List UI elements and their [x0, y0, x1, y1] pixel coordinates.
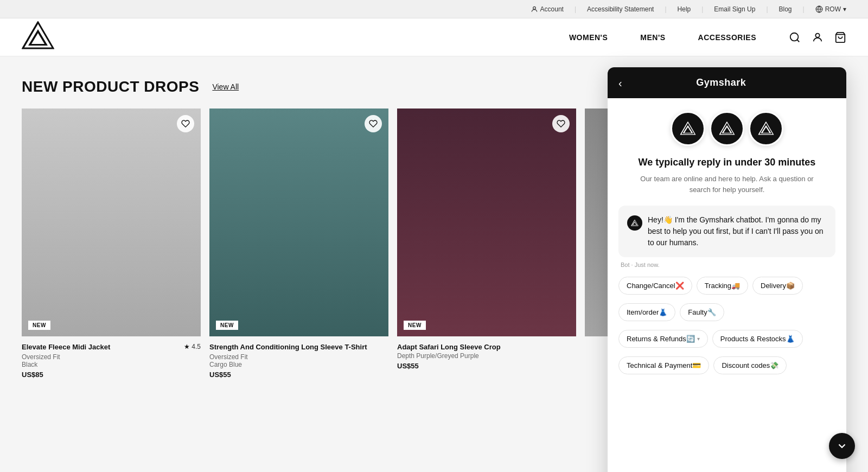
chat-header: ‹ Gymshark [608, 67, 846, 98]
view-all-link[interactable]: View All [212, 82, 239, 91]
accessibility-link[interactable]: Accessibility Statement [587, 5, 654, 13]
region-selector[interactable]: ROW ▾ [815, 5, 846, 13]
email-signup-link[interactable]: Email Sign Up [714, 5, 755, 13]
product-color-2: Cargo Blue [209, 361, 388, 368]
product-card-2: NEW Strength And Conditioning Long Sleev… [209, 109, 388, 336]
new-badge-3: NEW [404, 321, 426, 330]
quick-reply-item-order[interactable]: Item/order👗 [618, 303, 675, 321]
product-info-2: Strength And Conditioning Long Sleeve T-… [209, 336, 388, 383]
help-link[interactable]: Help [678, 5, 691, 13]
blog-link[interactable]: Blog [779, 5, 792, 13]
nav-links: WOMEN'S MEN'S ACCESSORIES [569, 33, 756, 42]
product-name-1: Elevate Fleece Midi Jacket [22, 343, 180, 352]
new-badge-1: NEW [28, 321, 50, 330]
agent-avatars [618, 111, 835, 146]
gymshark-logo[interactable] [22, 21, 54, 53]
new-badge-2: NEW [216, 321, 238, 330]
quick-reply-discount[interactable]: Discount codes💸 [713, 356, 787, 374]
quick-reply-technical[interactable]: Technical & Payment💳 [618, 356, 709, 374]
content-area: NEW PRODUCT DROPS View All NEW Elevate F… [0, 56, 868, 336]
mens-nav[interactable]: MEN'S [640, 33, 665, 42]
svg-point-6 [790, 33, 799, 41]
product-fit-2: Oversized Fit [209, 353, 388, 361]
accessories-nav[interactable]: ACCESSORIES [698, 33, 756, 42]
svg-point-7 [815, 33, 819, 37]
bot-logo [627, 215, 642, 231]
quick-replies: Change/Cancel❌ Tracking🚚 Delivery📦 Item/… [618, 277, 835, 383]
account-icon[interactable] [812, 31, 824, 43]
quick-reply-products[interactable]: Products & Restocks👗 [712, 330, 803, 348]
wishlist-btn-1[interactable] [177, 115, 194, 132]
account-link[interactable]: Account [531, 5, 564, 13]
product-color-1: Black [22, 361, 201, 368]
quick-reply-change-cancel[interactable]: Change/Cancel❌ [618, 277, 692, 295]
chat-message: Hey!👋 I'm the Gymshark chatbot. I'm gonn… [618, 206, 835, 257]
utility-bar: Account | Accessibility Statement | Help… [0, 0, 868, 18]
product-image-1: NEW [22, 109, 201, 336]
agent-avatar-2 [710, 111, 744, 146]
product-color-3: Depth Purple/Greyed Purple [397, 352, 576, 360]
search-icon[interactable] [789, 31, 801, 43]
product-fit-1: Oversized Fit [22, 353, 201, 361]
product-info-1: Elevate Fleece Midi Jacket ★ 4.5 Oversiz… [22, 336, 201, 383]
product-price-3: US$55 [397, 362, 576, 370]
product-image-2: NEW [209, 109, 388, 336]
quick-reply-row-2: Item/order👗 Faulty🔧 [618, 303, 724, 321]
scroll-down-button[interactable] [829, 433, 855, 459]
product-image-3: NEW [397, 109, 576, 336]
chat-body[interactable]: We typically reply in under 30 minutes O… [608, 98, 846, 472]
product-name-2: Strength And Conditioning Long Sleeve T-… [209, 343, 388, 352]
quick-reply-delivery[interactable]: Delivery📦 [752, 277, 803, 295]
chat-widget: ‹ Gymshark [608, 67, 846, 472]
section-title: NEW PRODUCT DROPS [22, 78, 199, 95]
quick-reply-returns[interactable]: Returns & Refunds🔄 ▾ [618, 330, 708, 348]
product-card-3: NEW Adapt Safari Long Sleeve Crop Depth … [397, 109, 576, 336]
quick-reply-tracking[interactable]: Tracking🚚 [697, 277, 748, 295]
chat-message-text: Hey!👋 I'm the Gymshark chatbot. I'm gonn… [648, 214, 827, 248]
product-info-3: Adapt Safari Long Sleeve Crop Depth Purp… [397, 336, 576, 374]
womens-nav[interactable]: WOMEN'S [569, 33, 608, 42]
product-price-1: US$85 [22, 371, 201, 379]
agent-avatar-3 [749, 111, 783, 146]
chat-title: Gymshark [629, 77, 814, 88]
quick-reply-faulty[interactable]: Faulty🔧 [680, 303, 724, 321]
product-card-1: NEW Elevate Fleece Midi Jacket ★ 4.5 Ove… [22, 109, 201, 336]
product-price-2: US$55 [209, 371, 388, 379]
product-name-3: Adapt Safari Long Sleeve Crop [397, 343, 576, 352]
chat-greeting-title: We typically reply in under 30 minutes [618, 157, 835, 168]
wishlist-btn-2[interactable] [365, 115, 382, 132]
chat-back-button[interactable]: ‹ [618, 78, 622, 88]
main-nav: WOMEN'S MEN'S ACCESSORIES [0, 18, 868, 56]
chat-greeting-sub: Our team are online and here to help. As… [618, 174, 835, 195]
svg-point-0 [533, 7, 535, 9]
cart-icon[interactable] [834, 31, 846, 43]
nav-right [789, 31, 846, 43]
quick-reply-row-4: Technical & Payment💳 Discount codes💸 [618, 356, 787, 374]
product-rating-1: ★ 4.5 [184, 343, 201, 350]
quick-reply-row-1: Change/Cancel❌ Tracking🚚 Delivery📦 [618, 277, 803, 295]
chat-timestamp: Bot · Just now. [618, 261, 835, 268]
quick-reply-row-3: Returns & Refunds🔄 ▾ Products & Restocks… [618, 330, 803, 348]
wishlist-btn-3[interactable] [552, 115, 570, 132]
agent-avatar-1 [671, 111, 705, 146]
